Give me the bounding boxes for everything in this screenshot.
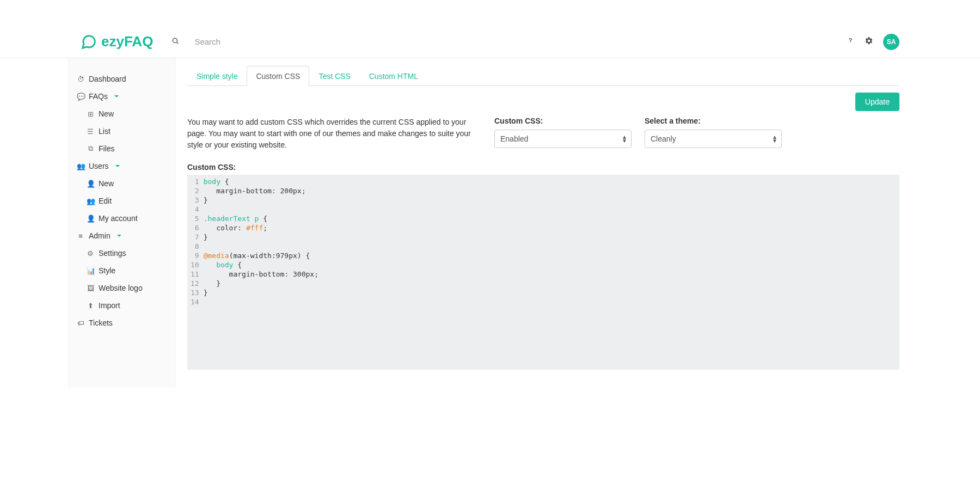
svg-line-1 xyxy=(177,42,179,44)
sidebar-label: Edit xyxy=(99,197,112,205)
sidebar-item-import[interactable]: ⬆Import xyxy=(69,297,175,314)
sidebar-label: Website logo xyxy=(99,284,143,292)
sliders-icon: ≡ xyxy=(77,232,84,240)
sidebar-label: Files xyxy=(99,144,115,153)
sidebar-item-users-edit[interactable]: 👥Edit xyxy=(69,192,175,210)
editor-code[interactable]: body { margin-bottom: 200px;} .headerTex… xyxy=(203,177,318,367)
gear-icon: ⚙ xyxy=(87,249,94,258)
sidebar-label: Import xyxy=(99,301,120,310)
sidebar-label: New xyxy=(99,109,114,118)
sidebar-item-style[interactable]: 📊Style xyxy=(69,262,175,279)
sidebar-label: Admin xyxy=(89,231,111,240)
users-icon: 👥 xyxy=(87,197,94,205)
sidebar-item-admin[interactable]: ≡Admin xyxy=(69,227,175,244)
editor-gutter: 1234567891011121314 xyxy=(187,177,203,367)
sidebar-item-faqs-list[interactable]: ☰List xyxy=(69,122,175,140)
dashboard-icon: ⏱ xyxy=(77,75,84,83)
sidebar-label: FAQs xyxy=(89,92,108,101)
gear-icon[interactable] xyxy=(865,36,873,47)
sidebar-label: List xyxy=(99,127,111,136)
sidebar-label: My account xyxy=(99,214,138,223)
sidebar: ⏱Dashboard 💬FAQs ⊞New ☰List ⧉Files 👥User… xyxy=(69,58,175,388)
css-editor[interactable]: 1234567891011121314 body { margin-bottom… xyxy=(187,175,899,370)
chart-icon: 📊 xyxy=(87,267,94,275)
chat-bubble-icon xyxy=(79,34,98,50)
users-icon: 👥 xyxy=(77,162,84,170)
theme-select[interactable]: Cleanly xyxy=(645,130,782,148)
sidebar-item-myaccount[interactable]: 👤My account xyxy=(69,210,175,227)
sidebar-label: Dashboard xyxy=(89,75,126,83)
caret-icon xyxy=(114,95,119,97)
search-wrap xyxy=(171,37,846,46)
help-icon[interactable]: ? xyxy=(846,36,855,47)
svg-text:?: ? xyxy=(849,37,853,44)
sidebar-label: Tickets xyxy=(89,318,113,327)
editor-label: Custom CSS: xyxy=(187,163,899,171)
intro-text: You may want to add custom CSS which ove… xyxy=(187,117,481,151)
tabs: Simple style Custom CSS Test CSS Custom … xyxy=(187,66,899,86)
sidebar-label: Users xyxy=(89,162,109,170)
upload-icon: ⬆ xyxy=(87,302,94,310)
brand-logo[interactable]: ezyFAQ xyxy=(79,33,153,50)
app-header: ezyFAQ ? SA xyxy=(0,26,980,58)
sidebar-item-logo[interactable]: 🖼Website logo xyxy=(69,279,175,297)
copy-icon: ⧉ xyxy=(87,144,94,153)
sidebar-item-faqs[interactable]: 💬FAQs xyxy=(69,88,175,105)
sidebar-item-faqs-new[interactable]: ⊞New xyxy=(69,105,175,122)
plus-box-icon: ⊞ xyxy=(87,110,94,118)
header-actions: ? SA xyxy=(846,34,899,50)
sidebar-item-dashboard[interactable]: ⏱Dashboard xyxy=(69,70,175,88)
update-button[interactable]: Update xyxy=(855,93,899,111)
search-icon[interactable] xyxy=(171,37,179,46)
image-icon: 🖼 xyxy=(87,284,94,292)
sidebar-item-faqs-files[interactable]: ⧉Files xyxy=(69,140,175,157)
caret-icon xyxy=(115,165,120,167)
custom-css-select[interactable]: Enabled xyxy=(494,130,632,148)
main-content: Simple style Custom CSS Test CSS Custom … xyxy=(175,58,911,388)
tags-icon: 🏷 xyxy=(77,319,84,327)
tab-custom-css[interactable]: Custom CSS xyxy=(247,66,309,86)
sidebar-item-settings[interactable]: ⚙Settings xyxy=(69,244,175,262)
tab-custom-html[interactable]: Custom HTML xyxy=(360,66,427,86)
theme-label: Select a theme: xyxy=(645,117,782,125)
sidebar-label: Style xyxy=(99,266,115,275)
brand-name: ezyFAQ xyxy=(101,33,153,50)
tab-simple-style[interactable]: Simple style xyxy=(187,66,247,86)
sidebar-label: New xyxy=(99,179,114,188)
search-input[interactable] xyxy=(194,37,358,46)
user-icon: 👤 xyxy=(87,215,94,223)
tab-test-css[interactable]: Test CSS xyxy=(309,66,359,86)
sidebar-item-tickets[interactable]: 🏷Tickets xyxy=(69,314,175,332)
sidebar-item-users-new[interactable]: 👤New xyxy=(69,175,175,192)
svg-point-0 xyxy=(173,38,177,42)
avatar[interactable]: SA xyxy=(883,34,899,50)
user-plus-icon: 👤 xyxy=(87,180,94,188)
caret-icon xyxy=(117,235,121,237)
sidebar-item-users[interactable]: 👥Users xyxy=(69,157,175,175)
custom-css-label: Custom CSS: xyxy=(494,117,632,125)
sidebar-label: Settings xyxy=(99,249,126,258)
list-icon: ☰ xyxy=(87,127,94,136)
chat-icon: 💬 xyxy=(77,93,84,101)
